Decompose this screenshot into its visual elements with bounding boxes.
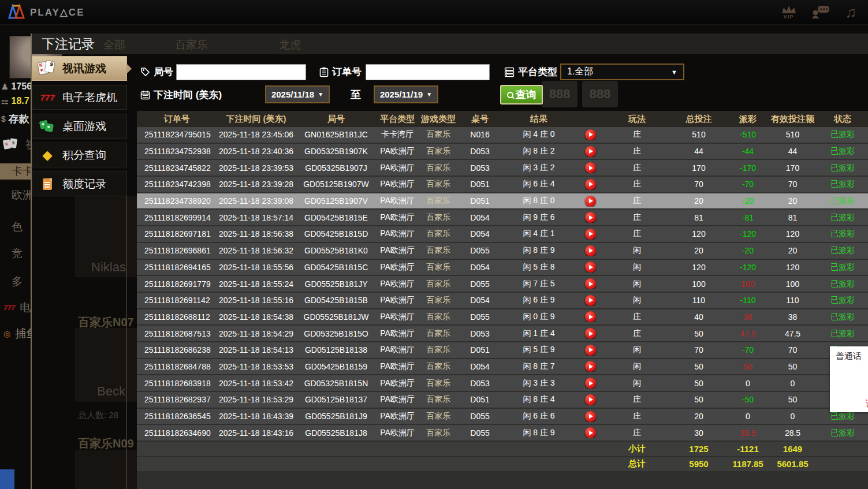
cell-bet-time: 2025-11-18 18:43:16 (217, 428, 296, 438)
cell-total-bet: 20 (670, 412, 728, 421)
cell-result: 闲 3 庄 3 (501, 378, 576, 389)
filter-area: 局号 订单号 平台类型 1.全部▼ 下注时间 (美东) 2025/11/18▼ … (137, 56, 868, 111)
replay-button[interactable] (585, 229, 596, 240)
cell-payout: 47.5 (728, 329, 768, 338)
table-row[interactable]: 2511181826968612025-11-18 18:56:32GD0552… (137, 243, 868, 259)
table-row[interactable]: 2511181826911422025-11-18 18:55:16GD0542… (137, 293, 868, 308)
sidebar-item-diamond[interactable]: ◆积分查询 (32, 143, 127, 167)
replay-button[interactable] (585, 196, 596, 207)
bg-nav-europe[interactable]: 欧洲 (0, 188, 32, 203)
sidebar-item-table-games[interactable]: 桌面游戏 (32, 114, 127, 139)
chat-support-button[interactable] (812, 5, 830, 19)
table-row[interactable]: 2511181826839182025-11-18 18:53:42GD0532… (137, 375, 868, 391)
replay-button[interactable] (585, 378, 596, 389)
sidebar-item-label: 积分查询 (62, 148, 106, 163)
replay-button[interactable] (585, 262, 596, 273)
table-row[interactable]: 2511182347950152025-11-18 23:45:06GN0162… (137, 127, 868, 143)
replay-button[interactable] (585, 245, 596, 256)
bg-nav-dianzi[interactable]: 777电子 (0, 300, 32, 315)
platform-type-select[interactable]: 1.全部▼ (560, 64, 684, 80)
replay-button[interactable] (585, 295, 596, 306)
table-row[interactable]: 2511182347389202025-11-18 23:39:08GD0512… (137, 193, 868, 209)
replay-button[interactable] (585, 278, 596, 289)
slots-777-icon: 777 (38, 89, 57, 106)
replay-button[interactable] (585, 129, 596, 140)
playace-logo-icon (8, 4, 25, 20)
query-button[interactable]: 查询 (500, 85, 543, 104)
cell-platform: 卡卡湾厅 (377, 129, 418, 140)
replay-button[interactable] (585, 146, 596, 157)
table-row[interactable]: 2511182347458222025-11-18 23:39:53GD0532… (137, 160, 868, 176)
cell-order-number: 251118182686238 (137, 345, 217, 354)
cell-table-number: D054 (459, 296, 501, 305)
replay-button[interactable] (585, 212, 596, 223)
bg-nav-se[interactable]: 色 (0, 219, 32, 234)
replay-button[interactable] (585, 311, 596, 322)
lobby-nav-border (126, 194, 127, 489)
column-header: 平台类型 (377, 114, 418, 125)
table-row[interactable]: 2511181826941652025-11-18 18:55:56GD0542… (137, 260, 868, 275)
bg-nav-buyu[interactable]: ◎捕鱼 王 (0, 326, 32, 341)
cell-platform: PA欧洲厅 (377, 295, 418, 305)
table-row[interactable]: 2511181826829372025-11-18 18:53:29GD0512… (137, 392, 868, 408)
bg-nav-kaka[interactable]: 卡卡 (0, 163, 32, 180)
subtotal-row-value: -1121 (728, 444, 768, 454)
sidebar-item-document[interactable]: 额度记录 (32, 171, 127, 196)
table-row[interactable]: 2511181826971812025-11-18 18:56:38GD0542… (137, 226, 868, 242)
replay-button[interactable] (585, 179, 596, 190)
cell-status: 已派彩 (817, 179, 868, 189)
replay-button[interactable] (585, 328, 596, 339)
cell-order-number: 251118234795015 (137, 130, 217, 139)
cell-table-number: D053 (459, 329, 501, 338)
cell-play-type: 闲 (604, 361, 670, 372)
bg-players-count: 总人数: 28 (78, 410, 118, 421)
sidebar-item-cards[interactable]: K♥9视讯游戏 (32, 56, 127, 81)
cell-game-type: 百家乐 (418, 146, 459, 156)
cell-order-number: 251118182691779 (137, 279, 217, 289)
cell-table-number: D053 (459, 379, 501, 388)
deposit-button[interactable]: $存款 (1, 112, 29, 126)
cell-payout: 0 (728, 379, 768, 388)
cell-platform: PA欧洲厅 (377, 146, 418, 156)
replay-button[interactable] (585, 361, 596, 372)
cell-order-number: 251118182636545 (137, 412, 217, 421)
table-row[interactable]: 2511181826999142025-11-18 18:57:14GD0542… (137, 210, 868, 225)
date-to-picker[interactable]: 2025/11/19▼ (374, 85, 438, 103)
vip-button[interactable]: VIP (781, 5, 797, 20)
person-icon: ♟ (1, 82, 9, 91)
bet-records-table: 订单号下注时间 (美东)局号平台类型游戏类型桌号结果玩法总投注派彩有效投注额状态… (137, 111, 868, 489)
cell-order-number: 251118182682937 (137, 395, 217, 404)
table-row[interactable]: 2511182347529382025-11-18 23:40:36GD0532… (137, 144, 868, 159)
table-row[interactable]: 2511181826917792025-11-18 18:55:24GD0552… (137, 276, 868, 292)
music-note-icon: ♫ (845, 5, 857, 20)
sidebar-item-slots-777[interactable]: 777电子老虎机 (32, 85, 127, 110)
round-number-input[interactable] (176, 64, 306, 80)
cell-play-type: 闲 (604, 378, 670, 389)
replay-button[interactable] (585, 427, 596, 438)
language-tooltip[interactable]: 普通话 语 (830, 346, 868, 412)
bg-nav-jing[interactable]: 竞 (0, 246, 32, 261)
date-from-picker[interactable]: 2025/11/18▼ (265, 85, 330, 103)
table-row[interactable]: 2511181826875132025-11-18 18:54:29GD0532… (137, 326, 868, 341)
bg-nav-duo[interactable]: 多 (0, 274, 32, 289)
replay-button[interactable] (585, 162, 596, 173)
table-body: 2511182347950152025-11-18 23:45:06GN0162… (137, 127, 868, 441)
table-row[interactable]: 2511181826862382025-11-18 18:54:13GD0512… (137, 342, 868, 358)
table-row[interactable]: 2511181826346902025-11-18 18:43:16GD0552… (137, 425, 868, 441)
cell-payout: 50 (728, 362, 768, 371)
table-row[interactable]: 2511181826881122025-11-18 18:54:38GD0552… (137, 309, 868, 325)
replay-button[interactable] (585, 411, 596, 422)
replay-button[interactable] (585, 345, 596, 356)
music-button[interactable]: ♫ (845, 5, 857, 20)
table-row[interactable]: 2511181826365452025-11-18 18:43:39GD0552… (137, 409, 868, 424)
tooltip-language-option[interactable]: 普通话 (836, 351, 868, 362)
cell-platform: PA欧洲厅 (377, 262, 418, 273)
money-balance: ⚏18.7 (1, 96, 29, 106)
table-row[interactable]: 2511181826847882025-11-18 18:53:53GD0542… (137, 359, 868, 375)
crown-icon (781, 5, 797, 14)
order-number-input[interactable] (366, 64, 490, 80)
replay-button[interactable] (585, 394, 596, 405)
cell-bet-time: 2025-11-18 18:57:14 (217, 213, 296, 222)
table-row[interactable]: 2511182347423982025-11-18 23:39:28GD0512… (137, 177, 868, 192)
bg-dealer-name: Niklas (91, 260, 126, 275)
